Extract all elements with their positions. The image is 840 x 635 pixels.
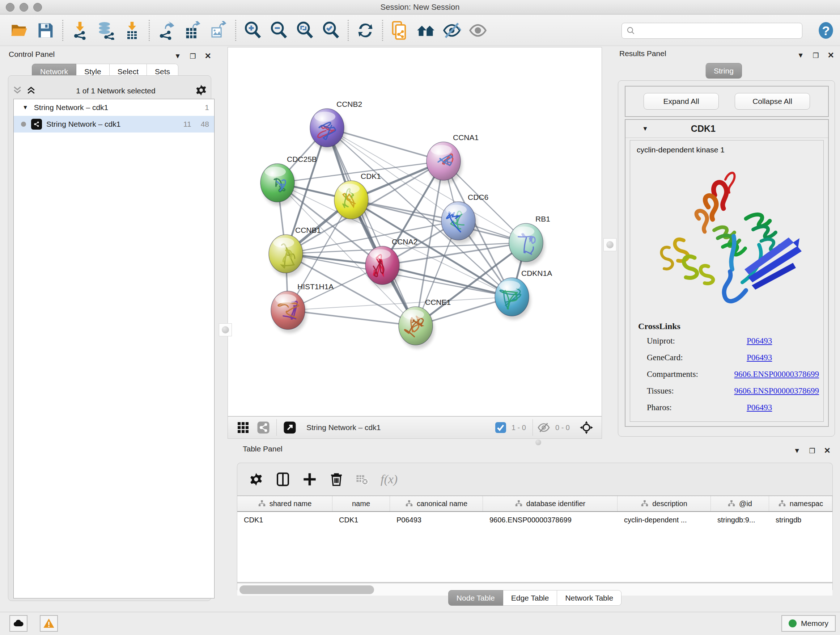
hide-selected-button[interactable] bbox=[439, 19, 465, 42]
search-input[interactable] bbox=[638, 24, 802, 38]
memory-button[interactable]: Memory bbox=[782, 615, 836, 632]
detach-view-button[interactable] bbox=[279, 419, 300, 436]
zoom-fit-button[interactable] bbox=[292, 19, 318, 42]
import-network-from-database-button[interactable] bbox=[93, 19, 119, 42]
left-splitter-handle[interactable] bbox=[219, 323, 232, 336]
save-session-button[interactable] bbox=[33, 19, 58, 42]
export-network-button[interactable] bbox=[153, 19, 180, 42]
home-icon bbox=[416, 21, 435, 40]
hidden-eye-icon[interactable] bbox=[536, 419, 552, 436]
network-collection-row[interactable]: ▼ String Network – cdk1 1 bbox=[14, 99, 214, 116]
export-image-button[interactable] bbox=[205, 19, 232, 42]
column-header-namespac[interactable]: namespac bbox=[769, 496, 832, 511]
float-panel-icon[interactable]: ❒ bbox=[190, 52, 196, 60]
column-header-name[interactable]: name bbox=[332, 496, 390, 511]
column-header--id[interactable]: @id bbox=[711, 496, 769, 511]
zoom-selected-button[interactable] bbox=[318, 19, 344, 42]
tab-network-table[interactable]: Network Table bbox=[557, 590, 622, 606]
float-panel-icon[interactable]: ❒ bbox=[813, 51, 819, 60]
table-cell[interactable]: stringdb bbox=[769, 512, 832, 528]
network-row-selected[interactable]: String Network – cdk1 11 48 bbox=[14, 116, 214, 133]
refresh-button[interactable] bbox=[352, 19, 378, 42]
crosslink-link[interactable]: 9606.ENSP00000378699 bbox=[734, 370, 819, 379]
table-cell[interactable]: stringdb:9... bbox=[711, 512, 769, 528]
open-session-icon bbox=[10, 21, 29, 40]
zoom-in-button[interactable] bbox=[240, 19, 266, 42]
collapse-all-button[interactable]: Collapse All bbox=[735, 93, 810, 110]
table-cell[interactable]: CDK1 bbox=[332, 512, 390, 528]
node-label-cdk1: CDK1 bbox=[361, 172, 381, 180]
add-column-icon[interactable] bbox=[302, 472, 317, 486]
collapse-panel-icon[interactable]: ▼ bbox=[797, 51, 804, 59]
show-all-eye-icon bbox=[469, 21, 487, 40]
expand-all-button[interactable]: Expand All bbox=[644, 93, 719, 110]
import-table-button[interactable] bbox=[119, 19, 145, 42]
network-edge[interactable] bbox=[327, 128, 416, 326]
column-type-icon bbox=[778, 500, 786, 508]
column-header-description[interactable]: description bbox=[617, 496, 711, 511]
network-graph[interactable]: CCNB2CCNA1CDC25BCDK1CDC6RB1CCNB1CCNA2CDK… bbox=[228, 48, 602, 417]
close-panel-icon[interactable]: ✕ bbox=[205, 51, 211, 61]
clone-network-button[interactable] bbox=[387, 19, 413, 42]
show-all-button[interactable] bbox=[465, 19, 491, 42]
export-table-button[interactable] bbox=[180, 19, 205, 42]
table-panel-title: Table Panel bbox=[243, 445, 283, 453]
current-network-bullet-icon bbox=[21, 122, 26, 127]
close-panel-icon[interactable]: ✕ bbox=[828, 51, 834, 60]
export-table-icon bbox=[183, 21, 202, 40]
network-tab-content: 1 of 1 Network selected ▼ String Network… bbox=[8, 75, 211, 601]
table-panel: Table Panel ▼ ❒ ✕ f(x) shared namenameca… bbox=[234, 442, 836, 608]
crosslink-row: Tissues:9606.ENSP00000378699 bbox=[638, 386, 819, 396]
function-builder-icon[interactable]: f(x) bbox=[381, 472, 398, 486]
home-button[interactable] bbox=[413, 19, 439, 42]
birdseye-toggle-button[interactable] bbox=[576, 419, 597, 436]
gene-collapse-icon[interactable]: ▼ bbox=[642, 125, 648, 133]
right-splitter-handle[interactable] bbox=[603, 238, 616, 251]
crosslink-link[interactable]: 9606.ENSP00000378699 bbox=[734, 386, 819, 396]
table-cell[interactable]: 9606.ENSP00000378699 bbox=[483, 512, 617, 528]
selected-checkbox-icon[interactable] bbox=[493, 419, 508, 436]
export-image-icon bbox=[209, 21, 228, 40]
collapse-panel-icon[interactable]: ▼ bbox=[174, 52, 181, 60]
column-header-canonical-name[interactable]: canonical name bbox=[390, 496, 483, 511]
node-gloss-highlight bbox=[370, 249, 391, 259]
zoom-out-button[interactable] bbox=[266, 19, 292, 42]
show-columns-icon[interactable] bbox=[276, 472, 290, 486]
tree-expand-icon[interactable]: ▼ bbox=[22, 104, 28, 111]
gene-description: cyclin-dependent kinase 1 bbox=[630, 141, 823, 154]
help-button[interactable]: ? bbox=[817, 21, 835, 40]
column-header-shared-name[interactable]: shared name bbox=[237, 496, 332, 511]
search-box[interactable] bbox=[622, 23, 802, 39]
crosslink-link[interactable]: P06493 bbox=[747, 403, 772, 412]
float-panel-icon[interactable]: ❒ bbox=[809, 447, 815, 455]
open-session-button[interactable] bbox=[6, 19, 33, 42]
tab-node-table[interactable]: Node Table bbox=[448, 590, 503, 606]
column-header-database-identifier[interactable]: database identifier bbox=[483, 496, 617, 511]
tab-edge-table[interactable]: Edge Table bbox=[503, 590, 557, 606]
collapse-all-networks-icon[interactable] bbox=[12, 85, 23, 97]
table-cell[interactable]: P06493 bbox=[390, 512, 483, 528]
close-panel-icon[interactable]: ✕ bbox=[824, 446, 831, 455]
delete-column-icon[interactable] bbox=[329, 472, 344, 486]
gene-header-row[interactable]: ▼ CDK1 bbox=[625, 120, 828, 138]
table-cell[interactable]: CDK1 bbox=[237, 512, 332, 528]
expand-all-networks-icon[interactable] bbox=[26, 85, 36, 97]
crosslinks-title: CrossLinks bbox=[638, 321, 819, 331]
cloud-status-button[interactable] bbox=[9, 615, 27, 632]
import-network-button[interactable] bbox=[67, 19, 93, 42]
network-options-gear-icon[interactable] bbox=[195, 84, 207, 98]
crosslink-link[interactable]: P06493 bbox=[747, 336, 772, 346]
network-edge[interactable] bbox=[288, 310, 416, 326]
delete-table-icon[interactable] bbox=[356, 473, 368, 486]
warnings-button[interactable] bbox=[40, 615, 58, 632]
grid-view-button[interactable] bbox=[233, 419, 253, 436]
network-canvas[interactable]: CCNB2CCNA1CDC25BCDK1CDC6RB1CCNB1CCNA2CDK… bbox=[227, 47, 602, 416]
tab-string[interactable]: String bbox=[706, 63, 742, 79]
node-gloss-highlight bbox=[499, 280, 520, 291]
collapse-panel-icon[interactable]: ▼ bbox=[794, 447, 801, 455]
table-options-gear-icon[interactable] bbox=[249, 472, 264, 486]
table-cell[interactable]: cyclin-dependent ... bbox=[617, 512, 711, 528]
table-row[interactable]: CDK1CDK1P064939606.ENSP00000378699cyclin… bbox=[237, 512, 832, 528]
crosslink-link[interactable]: P06493 bbox=[747, 353, 772, 363]
network-overview-button[interactable] bbox=[253, 419, 273, 436]
